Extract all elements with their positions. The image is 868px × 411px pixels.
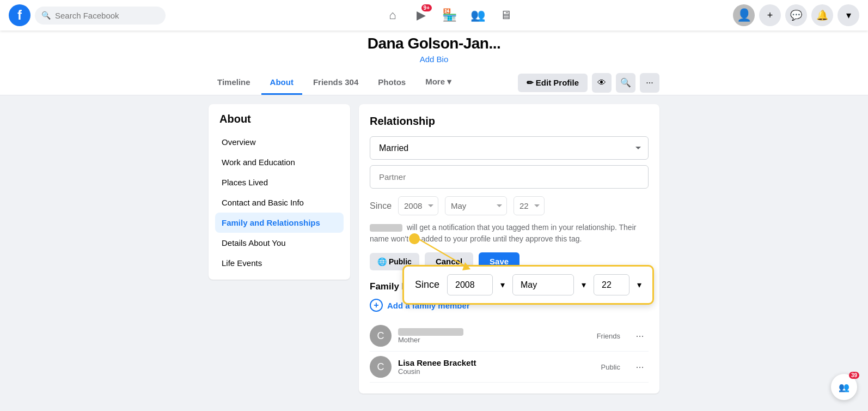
profile-header: Dana Golson-Jan... Add Bio Timeline Abou… [0,31,868,95]
notifications-button[interactable]: 🔔 [811,4,833,26]
hl-day-select[interactable]: 22 12 [594,274,629,295]
hl-year-select[interactable]: 2008 20072009 [447,274,493,295]
day-select[interactable]: 22 123 [514,196,545,215]
member-info: Lisa Renee Brackett Cousin [398,358,595,376]
partner-input[interactable] [370,165,649,189]
relationship-status-select[interactable]: Married Single In a relationship Engaged… [370,136,649,160]
sidebar-title: About [215,111,344,128]
edit-profile-button[interactable]: ✏ Edit Profile [518,74,588,92]
sidebar-item-overview[interactable]: Overview [215,132,344,152]
since-label: Since [370,201,392,211]
member-privacy: Friends [597,332,620,340]
search-input[interactable] [55,11,159,20]
avatar: C [370,325,392,347]
sidebar-item-family[interactable]: Family and Relationships [215,213,344,233]
tab-friends[interactable]: Friends 304 [304,71,367,95]
search-bar[interactable]: 🔍 [35,7,166,25]
member-privacy: Public [601,363,620,371]
nav-gaming-button[interactable]: 🖥 [493,2,519,28]
highlight-container: Since 2008 20072009 ▾ May JanuaryFebruar… [402,265,654,305]
profile-avatar[interactable]: 👤 [733,4,755,26]
people-count-badge: 39 [849,372,859,379]
messenger-button[interactable]: 💬 [785,4,807,26]
hl-since-label: Since [415,279,439,291]
add-bio-link[interactable]: Add Bio [420,55,449,64]
member-name: Lisa Renee Brackett [398,358,595,367]
main-content: About Overview Work and Education Places… [200,104,668,394]
video-badge: 9+ [421,4,432,11]
tab-photos[interactable]: Photos [369,71,414,95]
svg-line-0 [414,237,468,268]
right-panel: Relationship Married Single In a relatio… [359,104,659,394]
member-more-button[interactable]: ··· [631,358,649,376]
table-row: C Lisa Renee Brackett Cousin Public ··· [370,352,649,383]
profile-actions: ✏ Edit Profile 👁 🔍 ··· [518,73,659,93]
tab-about[interactable]: About [261,71,302,95]
month-select[interactable]: May JanuaryFebruaryMarchApril JuneJulyAu… [445,196,507,215]
table-row: C Mother Friends ··· [370,321,649,352]
add-icon: + [370,299,383,312]
more-options-button[interactable]: ··· [640,73,659,93]
pointer-arrow [413,232,479,276]
sidebar: About Overview Work and Education Places… [209,104,350,280]
member-more-button[interactable]: ··· [631,327,649,344]
avatar: C [370,356,392,378]
sidebar-item-work[interactable]: Work and Education [215,152,344,172]
member-name [398,328,463,336]
relationship-title: Relationship [370,115,649,128]
member-relation: Mother [398,336,590,344]
hl-month-select[interactable]: May JanuaryFebruary [512,274,574,295]
nav-right: 👤 + 💬 🔔 ▾ [733,4,859,26]
svg-marker-1 [462,262,470,270]
search-profile-button[interactable]: 🔍 [616,73,635,93]
member-relation: Cousin [398,367,595,376]
profile-name: Dana Golson-Jan... [368,35,501,52]
add-button[interactable]: + [759,4,781,26]
nav-home-button[interactable]: ⌂ [380,2,406,28]
nav-marketplace-button[interactable]: 🏪 [436,2,462,28]
tab-timeline[interactable]: Timeline [209,71,259,95]
member-info: Mother [398,328,590,344]
sidebar-item-places[interactable]: Places Lived [215,172,344,192]
top-navigation: f 🔍 ⌂ ▶ 9+ 🏪 👥 🖥 👤 + 💬 🔔 ▾ [0,0,868,31]
profile-tabs: Timeline About Friends 304 Photos More ▾… [200,70,668,95]
tab-more[interactable]: More ▾ [417,70,460,95]
people-icon-button[interactable]: 👥 39 [831,374,857,400]
facebook-logo[interactable]: f [9,4,30,26]
sidebar-item-details[interactable]: Details About You [215,233,344,253]
nav-video-button[interactable]: ▶ 9+ [408,2,434,28]
search-icon: 🔍 [41,11,51,20]
nav-groups-button[interactable]: 👥 [464,2,491,28]
year-select[interactable]: 2008 200720092010 [398,196,438,215]
since-row: Since 2008 200720092010 May JanuaryFebru… [370,196,649,215]
sidebar-item-contact[interactable]: Contact and Basic Info [215,192,344,213]
view-as-button[interactable]: 👁 [592,73,612,93]
people-icon: 👥 [839,382,849,392]
sidebar-item-events[interactable]: Life Events [215,253,344,273]
nav-center: ⌂ ▶ 9+ 🏪 👥 🖥 [170,2,729,28]
account-dropdown-button[interactable]: ▾ [838,4,859,26]
